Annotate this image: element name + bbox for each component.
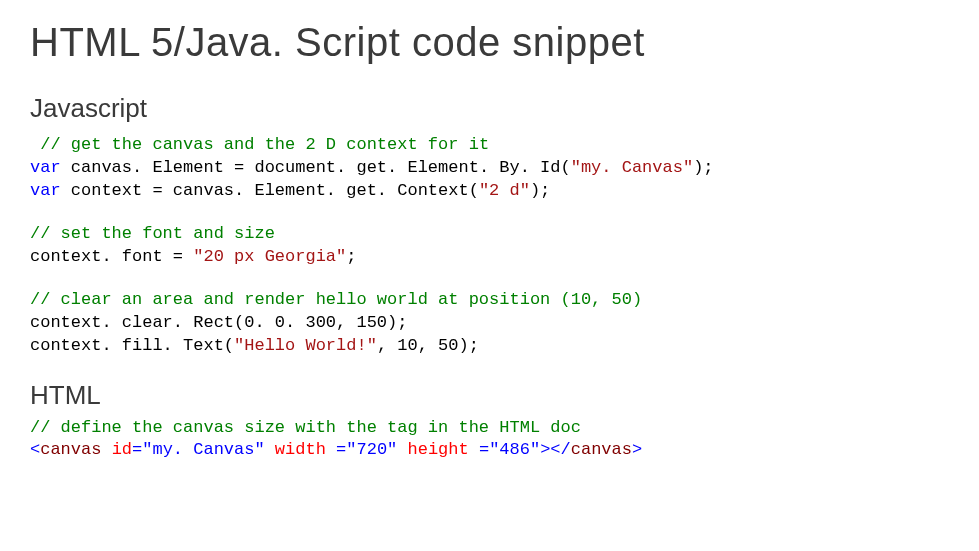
code-string: "my. Canvas" — [571, 158, 693, 177]
code-bracket: > — [632, 440, 642, 459]
code-bracket: < — [30, 440, 40, 459]
code-block-js-3: // clear an area and render hello world … — [30, 289, 949, 358]
code-string: "Hello World!" — [234, 336, 377, 355]
code-text: context. fill. Text( — [30, 336, 234, 355]
code-attr: width — [275, 440, 326, 459]
section-heading-javascript: Javascript — [30, 93, 949, 124]
code-block-html: // define the canvas size with the tag i… — [30, 417, 949, 463]
code-keyword: var — [30, 158, 61, 177]
code-text: ); — [530, 181, 550, 200]
code-attr: height — [408, 440, 469, 459]
code-bracket: ></ — [540, 440, 571, 459]
section-heading-html: HTML — [30, 380, 949, 411]
code-comment: // clear an area and render hello world … — [30, 290, 642, 309]
code-attr-value: "720" — [346, 440, 397, 459]
code-eq: = — [326, 440, 346, 459]
code-text — [265, 440, 275, 459]
code-keyword: var — [30, 181, 61, 200]
code-block-js-1: // get the canvas and the 2 D context fo… — [30, 134, 949, 203]
code-string: "20 px Georgia" — [193, 247, 346, 266]
code-text: canvas. Element = document. get. Element… — [61, 158, 571, 177]
code-text: , 10, 50); — [377, 336, 479, 355]
code-string: "2 d" — [479, 181, 530, 200]
slide: HTML 5/Java. Script code snippet Javascr… — [0, 0, 979, 482]
code-text — [397, 440, 407, 459]
code-comment: // set the font and size — [30, 224, 275, 243]
code-text: ); — [693, 158, 713, 177]
code-eq: = — [132, 440, 142, 459]
code-block-js-2: // set the font and size context. font =… — [30, 223, 949, 269]
code-text: context. clear. Rect(0. 0. 300, 150); — [30, 313, 407, 332]
slide-title: HTML 5/Java. Script code snippet — [30, 20, 949, 65]
code-text: ; — [346, 247, 356, 266]
code-text: context = canvas. Element. get. Context( — [61, 181, 479, 200]
code-comment: get the canvas and the 2 D context for i… — [71, 135, 489, 154]
code-comment: // — [30, 135, 71, 154]
code-attr-value: "486" — [489, 440, 540, 459]
code-eq: = — [469, 440, 489, 459]
code-attr: id — [112, 440, 132, 459]
code-tag: canvas — [40, 440, 101, 459]
code-comment: // define the canvas size with the tag i… — [30, 418, 581, 437]
code-attr-value: "my. Canvas" — [142, 440, 264, 459]
code-tag: canvas — [571, 440, 632, 459]
code-text — [101, 440, 111, 459]
code-text: context. font = — [30, 247, 193, 266]
